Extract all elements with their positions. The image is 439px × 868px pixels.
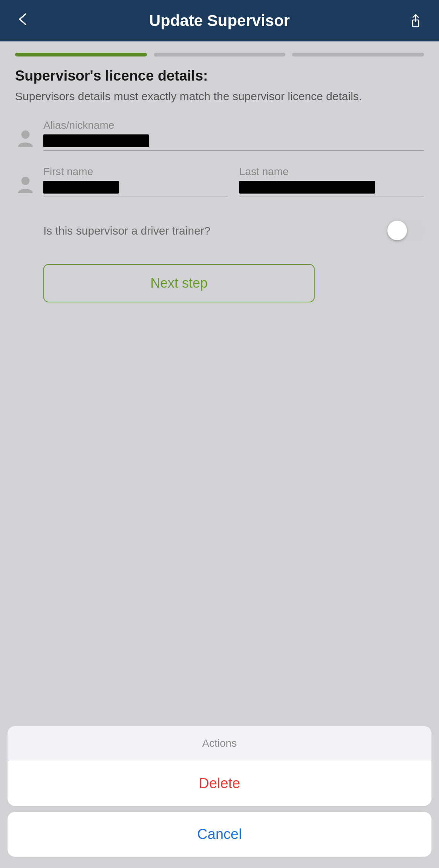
action-sheet-group: Actions Delete xyxy=(8,726,431,806)
first-name-value-redacted[interactable] xyxy=(43,181,119,194)
driver-trainer-toggle[interactable] xyxy=(386,220,424,241)
share-button[interactable] xyxy=(401,12,424,29)
driver-trainer-row: Is this supervisor a driver trainer? xyxy=(15,212,424,249)
last-name-field: Last name xyxy=(239,166,424,197)
first-name-field: First name xyxy=(43,166,228,197)
name-row: First name Last name xyxy=(15,166,424,197)
progress-indicator xyxy=(0,41,439,64)
progress-step-3 xyxy=(292,53,424,56)
first-name-label: First name xyxy=(43,166,228,178)
progress-step-2 xyxy=(154,53,286,56)
toggle-knob xyxy=(387,221,407,240)
cancel-label: Cancel xyxy=(197,826,242,842)
header: Update Supervisor xyxy=(0,0,439,41)
alias-label: Alias/nickname xyxy=(43,119,424,131)
name-person-icon xyxy=(15,171,36,194)
svg-point-2 xyxy=(21,177,30,185)
cancel-action-item[interactable]: Cancel xyxy=(8,812,431,857)
svg-point-1 xyxy=(21,130,30,139)
next-step-button[interactable]: Next step xyxy=(43,264,315,302)
driver-trainer-label: Is this supervisor a driver trainer? xyxy=(43,223,211,238)
alias-field: Alias/nickname xyxy=(43,119,424,151)
last-name-value-redacted[interactable] xyxy=(239,181,375,194)
main-content: Supervisor's licence details: Supervisor… xyxy=(0,64,439,314)
last-name-input-wrapper xyxy=(239,181,424,197)
alias-person-icon xyxy=(15,125,36,148)
alias-input-wrapper xyxy=(43,134,424,151)
last-name-label: Last name xyxy=(239,166,424,178)
back-button[interactable] xyxy=(15,12,38,30)
section-subtitle: Supervisors details must exactly match t… xyxy=(15,88,424,104)
delete-action-item[interactable]: Delete xyxy=(8,761,431,806)
section-title: Supervisor's licence details: xyxy=(15,68,424,84)
action-sheet-title: Actions xyxy=(202,737,237,749)
first-name-input-wrapper xyxy=(43,181,228,197)
action-sheet-overlay: Actions Delete Cancel xyxy=(0,726,439,868)
alias-value-redacted[interactable] xyxy=(43,134,149,147)
alias-row: Alias/nickname xyxy=(15,119,424,151)
name-fields-group: First name Last name xyxy=(43,166,424,197)
page-title: Update Supervisor xyxy=(38,12,401,30)
delete-label: Delete xyxy=(199,775,240,791)
action-sheet-header: Actions xyxy=(8,726,431,761)
progress-step-1 xyxy=(15,53,147,56)
